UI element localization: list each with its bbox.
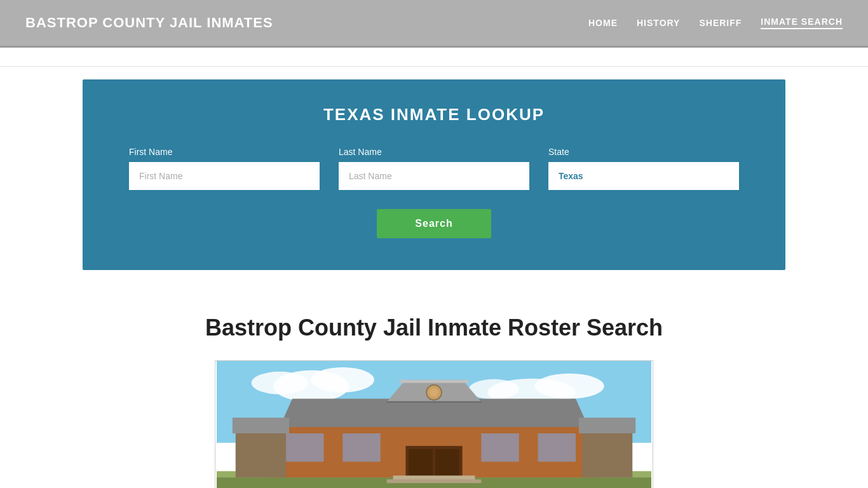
first-name-label: First Name [129,147,320,157]
svg-rect-32 [236,433,286,477]
state-group: State [548,147,739,190]
svg-rect-22 [409,449,433,478]
svg-rect-23 [435,449,459,478]
last-name-label: Last Name [339,147,529,157]
svg-point-16 [430,388,438,397]
nav-item-history[interactable]: HISTORY [637,18,680,28]
search-section-title: TEXAS INMATE LOOKUP [121,105,747,125]
svg-point-3 [252,372,308,395]
svg-rect-25 [387,479,482,483]
svg-marker-33 [233,417,289,433]
svg-marker-11 [280,398,588,427]
site-title: BASTROP COUNTY JAIL INMATES [25,15,273,31]
last-name-input[interactable] [339,162,529,190]
svg-point-2 [311,367,374,393]
search-button[interactable]: Search [377,209,491,238]
svg-rect-30 [582,433,632,477]
nav-item-home[interactable]: HOME [588,18,618,28]
building-image [215,360,653,488]
state-input[interactable] [548,162,739,190]
first-name-group: First Name [129,147,320,190]
site-header: BASTROP COUNTY JAIL INMATES HOME HISTORY… [0,0,868,48]
last-name-group: Last Name [339,147,529,190]
search-form-row: First Name Last Name State [121,147,747,190]
main-content: Bastrop County Jail Inmate Roster Search [0,283,868,488]
svg-rect-18 [342,433,380,462]
svg-rect-19 [481,433,519,462]
search-section: TEXAS INMATE LOOKUP First Name Last Name… [83,79,785,270]
svg-point-5 [535,374,604,399]
state-label: State [548,147,739,157]
svg-rect-17 [286,433,323,462]
nav-item-inmate-search[interactable]: INMATE SEARCH [761,17,843,29]
search-button-row: Search [121,209,747,238]
svg-rect-20 [538,433,576,462]
svg-marker-31 [579,417,635,433]
svg-rect-14 [399,380,468,383]
first-name-input[interactable] [129,162,320,190]
page-heading: Bastrop County Jail Inmate Roster Search [83,315,785,341]
nav-item-sheriff[interactable]: SHERIFF [699,18,742,28]
main-nav: HOME HISTORY SHERIFF INMATE SEARCH [588,17,843,29]
sub-header [0,48,868,67]
